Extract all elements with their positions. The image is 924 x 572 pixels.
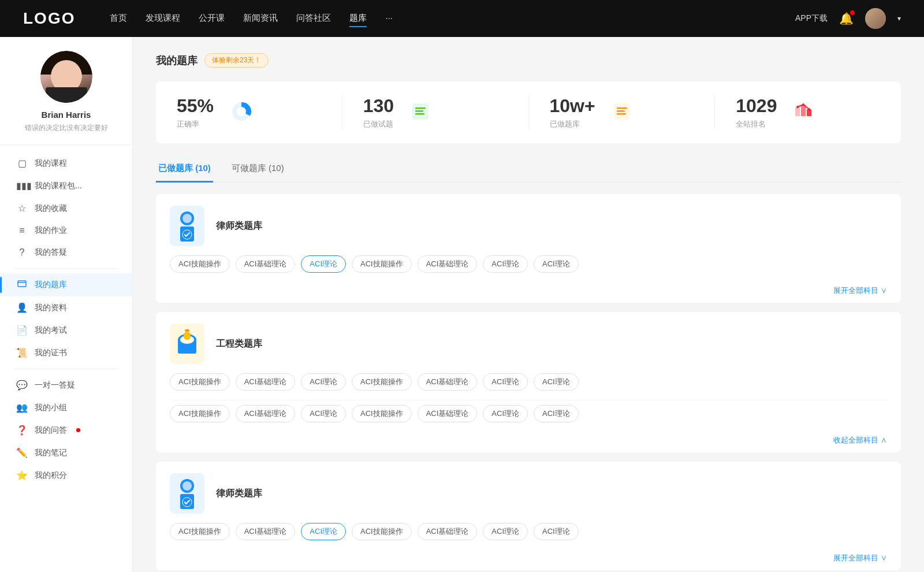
tag[interactable]: ACI基础理论 [236, 255, 296, 273]
stat-value-accuracy: 55% 正确率 [177, 95, 214, 129]
tag[interactable]: ACI基础理论 [236, 405, 296, 422]
svg-rect-9 [617, 107, 627, 109]
lawyer-icon-2 [170, 473, 204, 514]
user-menu-chevron[interactable]: ▾ [897, 14, 901, 23]
tag[interactable]: ACI技能操作 [352, 523, 412, 540]
points-icon: ⭐ [16, 470, 28, 481]
tag[interactable]: ACI理论 [301, 405, 346, 422]
tag[interactable]: ACI技能操作 [352, 255, 412, 273]
notes-icon: ✏️ [16, 447, 28, 458]
qa-icon: ❓ [16, 425, 28, 436]
tag[interactable]: ACI基础理论 [236, 523, 296, 540]
trial-badge: 体验剩余23天！ [204, 53, 269, 68]
divider2 [14, 369, 118, 369]
chat-icon: 💬 [16, 380, 28, 391]
tag[interactable]: ACI基础理论 [236, 373, 296, 391]
tag[interactable]: ACI基础理论 [418, 405, 478, 422]
collapse-button[interactable]: 收起全部科目 ∧ [156, 432, 901, 452]
nav-link-bank[interactable]: 题库 [349, 10, 367, 27]
tag-active[interactable]: ACI理论 [301, 255, 346, 273]
course-icon: ▢ [16, 158, 28, 169]
tag[interactable]: ACI技能操作 [170, 373, 230, 391]
svg-point-29 [182, 481, 192, 491]
tab-done-banks[interactable]: 已做题库 (10) [156, 157, 213, 183]
tag[interactable]: ACI理论 [534, 255, 579, 273]
sidebar-item-label: 我的课程包... [35, 181, 82, 191]
sidebar-item-exam[interactable]: 📄 我的考试 [0, 319, 132, 341]
sidebar-item-notes[interactable]: ✏️ 我的笔记 [0, 441, 132, 464]
expand-button-1[interactable]: 展开全部科目 ∨ [156, 282, 901, 303]
bank-card-header-1: 律师类题库 [156, 194, 901, 255]
sidebar-profile: Brian Harris 错误的决定比没有决定要好 [0, 51, 132, 145]
bank-title-2: 工程类题库 [216, 338, 262, 350]
divider [14, 268, 118, 269]
notification-bell[interactable]: 🔔 [839, 12, 854, 25]
sidebar-item-label: 我的证书 [35, 348, 67, 358]
svg-rect-10 [617, 110, 625, 112]
nav-link-home[interactable]: 首页 [110, 10, 127, 27]
sidebar-item-label: 我的小组 [35, 403, 67, 413]
stat-value-questions: 130 已做试题 [363, 95, 394, 129]
tag[interactable]: ACI基础理论 [418, 373, 478, 391]
tag[interactable]: ACI理论 [534, 523, 579, 540]
sidebar-item-1on1[interactable]: 💬 一对一答疑 [0, 374, 132, 396]
sidebar-item-homework[interactable]: ≡ 我的作业 [0, 220, 132, 242]
sidebar-item-questions[interactable]: ? 我的答疑 [0, 242, 132, 263]
sidebar-item-group[interactable]: 👥 我的小组 [0, 396, 132, 419]
tag[interactable]: ACI理论 [534, 373, 579, 391]
bank-divider [170, 400, 887, 400]
expand-button-3[interactable]: 展开全部科目 ∨ [156, 549, 901, 570]
sidebar-username: Brian Harris [42, 110, 91, 120]
sidebar-item-points[interactable]: ⭐ 我的积分 [0, 464, 132, 486]
lawyer-icon-1 [170, 206, 204, 246]
page-header: 我的题库 体验剩余23天！ [156, 53, 901, 68]
tag[interactable]: ACI基础理论 [418, 523, 478, 540]
app-download[interactable]: APP下载 [795, 13, 828, 24]
tag[interactable]: ACI技能操作 [170, 255, 230, 273]
svg-rect-6 [415, 110, 423, 112]
sidebar-item-coursepack[interactable]: ▮▮▮ 我的课程包... [0, 174, 132, 197]
tag[interactable]: ACI技能操作 [170, 523, 230, 540]
sidebar-item-favorites[interactable]: ☆ 我的收藏 [0, 197, 132, 220]
sidebar-item-myqa[interactable]: ❓ 我的问答 [0, 419, 132, 441]
bank-title-1: 律师类题库 [216, 220, 262, 232]
sidebar-item-label: 我的课程 [35, 158, 67, 169]
tag[interactable]: ACI基础理论 [418, 255, 478, 273]
user-avatar[interactable] [865, 8, 886, 29]
star-icon: ☆ [16, 203, 28, 214]
questions-icon [410, 101, 431, 124]
svg-rect-25 [184, 332, 191, 340]
sidebar-item-bank[interactable]: 我的题库 [0, 273, 132, 296]
sidebar-item-certificate[interactable]: 📜 我的证书 [0, 341, 132, 364]
banks-icon [612, 101, 632, 124]
tag[interactable]: ACI技能操作 [352, 405, 412, 422]
bank-card-header-2: 工程类题库 [156, 312, 901, 373]
sidebar-item-label: 我的考试 [35, 325, 67, 336]
stats-bar: 55% 正确率 130 已做试题 [156, 81, 901, 143]
nav-link-opencourse[interactable]: 公开课 [199, 10, 225, 27]
tag[interactable]: ACI理论 [534, 405, 579, 422]
tag[interactable]: ACI技能操作 [352, 373, 412, 391]
svg-rect-12 [795, 107, 800, 116]
tag[interactable]: ACI理论 [483, 255, 528, 273]
tag[interactable]: ACI技能操作 [170, 405, 230, 422]
tag[interactable]: ACI理论 [483, 523, 528, 540]
sidebar-item-label: 我的答疑 [35, 247, 67, 258]
tab-available-banks[interactable]: 可做题库 (10) [229, 157, 286, 183]
sidebar-item-mycourse[interactable]: ▢ 我的课程 [0, 152, 132, 174]
tag[interactable]: ACI理论 [301, 373, 346, 391]
svg-point-3 [237, 107, 246, 116]
tag[interactable]: ACI理论 [483, 405, 528, 422]
tag-active[interactable]: ACI理论 [301, 523, 346, 540]
nav-link-more[interactable]: ··· [385, 10, 393, 27]
sidebar-item-label: 我的资料 [35, 303, 67, 313]
bank-tags-2b: ACI技能操作 ACI基础理论 ACI理论 ACI技能操作 ACI基础理论 AC… [156, 405, 901, 432]
nav-link-qa[interactable]: 问答社区 [296, 10, 331, 27]
nav-link-discover[interactable]: 发现课程 [146, 10, 180, 27]
homework-icon: ≡ [16, 225, 28, 236]
sidebar-avatar [40, 51, 92, 103]
sidebar-item-profile[interactable]: 👤 我的资料 [0, 296, 132, 319]
nav-link-news[interactable]: 新闻资讯 [243, 10, 278, 27]
tag[interactable]: ACI理论 [483, 373, 528, 391]
bank-card-lawyer-2: 律师类题库 ACI技能操作 ACI基础理论 ACI理论 ACI技能操作 ACI基… [156, 462, 901, 570]
